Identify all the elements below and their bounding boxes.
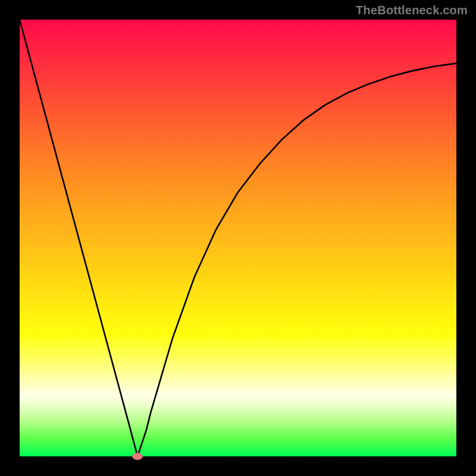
watermark-text: TheBottleneck.com — [356, 4, 468, 17]
line-curve — [20, 20, 456, 456]
chart-frame: TheBottleneck.com — [0, 0, 476, 476]
optimum-marker — [132, 453, 143, 460]
plot-area — [20, 20, 456, 456]
